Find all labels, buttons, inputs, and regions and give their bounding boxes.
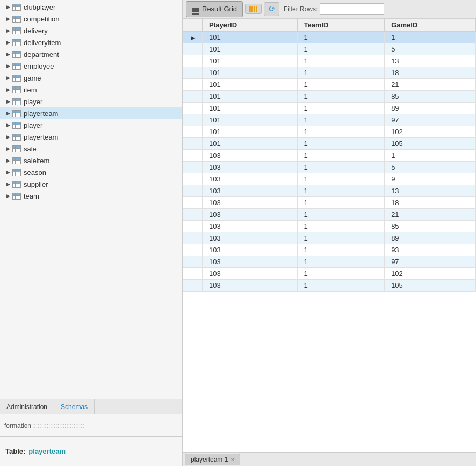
tree-label-game: game [24,74,41,82]
tree-arrow-playerteam-2: ▶ [4,133,12,141]
cell-teamid-12: 1 [297,173,385,185]
result-grid-label: Result Grid [202,5,237,13]
table-row[interactable]: 101185 [183,91,476,103]
table-icon-team [12,192,21,200]
table-row[interactable]: 103121 [183,209,476,221]
bottom-tab-label: playerteam 1 [191,456,228,463]
cell-playerid-8: 101 [203,126,298,138]
cell-teamid-17: 1 [297,232,385,244]
bottom-tab-close-button[interactable]: × [230,456,234,463]
cell-gameid-3: 18 [385,67,476,79]
cell-gameid-18: 93 [385,244,476,256]
cell-teamid-7: 1 [297,114,385,126]
table-row[interactable]: 103197 [183,256,476,268]
sidebar-formation-label: formation [4,422,31,429]
cell-gameid-21: 105 [385,280,476,292]
cell-playerid-2: 101 [203,55,298,67]
tree-arrow-item: ▶ [4,86,12,93]
row-indicator-16 [183,221,203,232]
sidebar-item-team[interactable]: ▶ team [0,190,182,202]
sidebar-item-game[interactable]: ▶ game [0,72,182,84]
tree-label-department: department [24,50,59,59]
tree-label-player: player [24,98,42,106]
cell-playerid-4: 101 [203,79,298,91]
sidebar-item-player-2[interactable]: ▶ player [0,119,182,131]
row-indicator-19 [183,256,203,268]
table-row[interactable]: 101197 [183,114,476,126]
bottom-tab-playerteam[interactable]: playerteam 1 × [185,454,240,465]
table-row[interactable]: 103118 [183,197,476,209]
table-info-name: playerteam [28,447,66,455]
tree-label-season: season [24,169,46,177]
result-grid-button[interactable]: Result Grid [186,1,243,17]
tab-administration[interactable]: Administration [0,399,54,414]
sidebar-item-employee[interactable]: ▶ employee [0,60,182,72]
table-row[interactable]: 1011102 [183,126,476,138]
row-indicator-10 [183,150,203,162]
table-row[interactable]: 103113 [183,185,476,197]
row-indicator-2 [183,55,203,67]
table-icon-supplier [12,180,21,188]
table-row[interactable]: 10319 [183,173,476,185]
table-row[interactable]: 101189 [183,103,476,114]
sidebar-item-clubplayer[interactable]: ▶ clubplayer [0,1,182,13]
table-row[interactable]: 1031102 [183,268,476,280]
sidebar-item-player[interactable]: ▶ player [0,96,182,107]
table-row[interactable]: 1031105 [183,280,476,292]
cell-gameid-12: 9 [385,173,476,185]
tree-label-deliveryitem: deliveryitem [24,39,61,47]
data-table-wrapper[interactable]: PlayerID TeamID GameID ▶1011110115101113… [183,18,476,452]
cell-teamid-6: 1 [297,103,385,114]
tab-schemas[interactable]: Schemas [54,399,95,414]
data-table: PlayerID TeamID GameID ▶1011110115101113… [183,18,476,292]
table-row[interactable]: 101121 [183,79,476,91]
table-row[interactable]: 101118 [183,67,476,79]
table-icon-playerteam-2 [12,133,21,141]
sidebar-item-saleitem[interactable]: ▶ saleitem [0,155,182,166]
sidebar-tree[interactable]: ▶ clubplayer ▶ competition ▶ delivery ▶ … [0,0,182,399]
sidebar-item-deliveryitem[interactable]: ▶ deliveryitem [0,37,182,48]
row-indicator-14 [183,197,203,209]
table-row[interactable]: 10315 [183,162,476,173]
filter-rows-input[interactable] [320,3,384,15]
col-header-gameid[interactable]: GameID [385,19,476,32]
sidebar-item-delivery[interactable]: ▶ delivery [0,25,182,37]
table-row[interactable]: 10311 [183,150,476,162]
row-indicator-20 [183,268,203,280]
table-row[interactable]: 101113 [183,55,476,67]
table-row[interactable]: 103189 [183,232,476,244]
cell-gameid-17: 89 [385,232,476,244]
table-row[interactable]: 103193 [183,244,476,256]
tree-arrow-player: ▶ [4,98,12,105]
sidebar-item-playerteam-2[interactable]: ▶ playerteam [0,131,182,143]
col-header-playerid[interactable]: PlayerID [203,19,298,32]
cell-teamid-1: 1 [297,43,385,55]
grid-view-icon [249,6,257,12]
sidebar-item-sale[interactable]: ▶ sale [0,143,182,155]
row-indicator-13 [183,185,203,197]
table-row[interactable]: ▶10111 [183,32,476,43]
sidebar-item-supplier[interactable]: ▶ supplier [0,178,182,190]
row-indicator-4 [183,79,203,91]
grid-view-button[interactable] [245,4,262,14]
cell-gameid-5: 85 [385,91,476,103]
bottom-tabs: playerteam 1 × [183,452,476,466]
cell-gameid-20: 102 [385,268,476,280]
row-indicator-17 [183,232,203,244]
sidebar-item-playerteam-1[interactable]: ▶ playerteam [0,107,182,119]
sidebar-item-department[interactable]: ▶ department [0,48,182,60]
cell-teamid-0: 1 [297,32,385,43]
tree-arrow-supplier: ▶ [4,180,12,188]
col-header-teamid[interactable]: TeamID [297,19,385,32]
table-row[interactable]: 10115 [183,43,476,55]
table-row[interactable]: 1011105 [183,138,476,150]
tree-label-playerteam-1: playerteam [24,110,58,118]
cell-gameid-2: 13 [385,55,476,67]
tree-arrow-player-2: ▶ [4,121,12,129]
tree-arrow-playerteam-1: ▶ [4,110,12,117]
sidebar-item-item[interactable]: ▶ item [0,84,182,96]
sidebar-item-season[interactable]: ▶ season [0,166,182,178]
table-row[interactable]: 103185 [183,221,476,232]
sidebar-item-competition[interactable]: ▶ competition [0,13,182,25]
refresh-button[interactable]: ↺ [264,2,279,16]
